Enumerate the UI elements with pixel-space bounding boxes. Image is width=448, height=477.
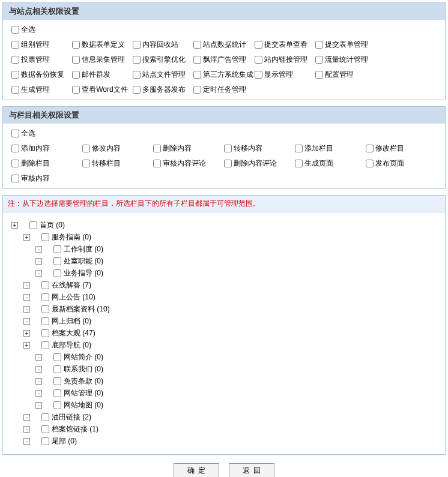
permission-checkbox[interactable] — [315, 71, 323, 79]
permission-checkbox[interactable] — [295, 160, 303, 167]
permission-checkbox[interactable] — [224, 145, 232, 152]
tree-node-checkbox[interactable] — [53, 257, 61, 265]
tree-node-checkbox[interactable] — [53, 353, 61, 361]
permission-label: 添加内容 — [21, 143, 50, 154]
permission-checkbox[interactable] — [82, 160, 90, 167]
collapse-icon[interactable]: - — [23, 294, 30, 301]
permission-label: 提交表单管理 — [325, 40, 368, 50]
collapse-icon[interactable]: - — [23, 306, 30, 313]
permission-checkbox[interactable] — [255, 41, 262, 49]
permission-checkbox[interactable] — [72, 56, 80, 64]
permission-item: 删除栏目 — [11, 158, 82, 169]
collapse-icon[interactable]: - — [23, 282, 30, 289]
permission-checkbox[interactable] — [193, 86, 201, 94]
permission-checkbox[interactable] — [133, 86, 141, 94]
column-select-all-checkbox[interactable] — [11, 130, 19, 137]
collapse-icon[interactable]: - — [35, 354, 42, 361]
tree-item: -免责条款 (0) — [35, 376, 439, 386]
tree-node-checkbox[interactable] — [53, 389, 61, 397]
permission-checkbox[interactable] — [11, 71, 19, 79]
collapse-icon[interactable]: - — [35, 246, 42, 253]
tree-node-checkbox[interactable] — [41, 293, 49, 301]
permission-checkbox[interactable] — [11, 160, 19, 167]
collapse-icon[interactable]: - — [35, 390, 42, 397]
tree-node-label: 免责条款 (0) — [64, 376, 103, 386]
permission-checkbox[interactable] — [72, 71, 80, 79]
permission-item: 定时任务管理 — [193, 85, 254, 95]
tree-node-label: 首页 (0) — [40, 220, 65, 230]
permission-checkbox[interactable] — [315, 56, 323, 64]
collapse-icon[interactable]: - — [23, 438, 30, 445]
tree-node-label: 油田链接 (2) — [52, 412, 91, 422]
collapse-icon[interactable]: - — [35, 270, 42, 277]
permission-checkbox[interactable] — [224, 160, 232, 167]
expand-icon[interactable]: + — [23, 342, 30, 349]
tree-node: -工作制度 (0) — [35, 244, 439, 254]
permission-checkbox[interactable] — [366, 160, 374, 167]
permission-checkbox[interactable] — [315, 41, 323, 49]
permission-checkbox[interactable] — [11, 145, 19, 152]
permission-checkbox[interactable] — [193, 56, 201, 64]
permission-checkbox[interactable] — [255, 56, 262, 64]
ok-button[interactable]: 确定 — [174, 463, 219, 477]
expand-icon[interactable]: + — [23, 234, 30, 241]
permission-checkbox[interactable] — [133, 71, 141, 79]
permission-checkbox[interactable] — [255, 71, 262, 79]
tree-node-checkbox[interactable] — [41, 437, 49, 445]
tree-item: -业务指导 (0) — [35, 268, 439, 278]
tree-node-checkbox[interactable] — [53, 377, 61, 385]
permission-checkbox[interactable] — [11, 41, 19, 49]
tree-item: -网上公告 (10) — [23, 292, 439, 302]
collapse-icon[interactable]: - — [35, 258, 42, 265]
permission-checkbox[interactable] — [366, 145, 374, 152]
tree-node-checkbox[interactable] — [53, 401, 61, 409]
collapse-icon[interactable]: - — [35, 366, 42, 373]
tree-node-checkbox[interactable] — [41, 317, 49, 325]
site-select-all-label: 全选 — [21, 25, 35, 35]
back-button[interactable]: 返回 — [229, 463, 274, 477]
expand-icon[interactable]: + — [23, 330, 30, 337]
tree-node-checkbox[interactable] — [41, 329, 49, 337]
tree-node-checkbox[interactable] — [53, 365, 61, 373]
permission-checkbox[interactable] — [11, 175, 19, 182]
permission-checkbox[interactable] — [193, 41, 201, 49]
permission-item — [376, 85, 437, 95]
tree-node-checkbox[interactable] — [29, 221, 37, 229]
permission-checkbox[interactable] — [82, 145, 90, 152]
permission-checkbox[interactable] — [153, 145, 161, 152]
collapse-icon[interactable]: - — [23, 414, 30, 421]
note-bar: 注：从下边选择需要管理的栏目，所选栏目下的所有子栏目都属于可管理范围。 — [2, 195, 446, 212]
permission-checkbox[interactable] — [153, 160, 161, 167]
permission-checkbox[interactable] — [133, 56, 141, 64]
permission-checkbox[interactable] — [11, 86, 19, 94]
tree-node-checkbox[interactable] — [41, 413, 49, 421]
permission-label: 站点数据统计 — [203, 40, 246, 50]
collapse-icon[interactable]: - — [23, 426, 30, 433]
tree-node-checkbox[interactable] — [53, 269, 61, 277]
tree-node-checkbox[interactable] — [41, 281, 49, 289]
tree-item: +服务指南 (0)-工作制度 (0)-处室职能 (0)-业务指导 (0) — [23, 232, 439, 278]
permission-checkbox[interactable] — [72, 41, 80, 49]
collapse-icon[interactable]: - — [23, 318, 30, 325]
permission-checkbox[interactable] — [11, 56, 19, 64]
tree-item: -网站简介 (0) — [35, 352, 439, 362]
tree-node-checkbox[interactable] — [53, 245, 61, 253]
permission-checkbox[interactable] — [193, 71, 201, 79]
permission-item: 添加内容 — [11, 143, 82, 154]
permission-item: 多服务器发布 — [133, 85, 193, 95]
site-select-all-checkbox[interactable] — [11, 26, 19, 34]
tree-item: +底部导航 (0)-网站简介 (0)-联系我们 (0)-免责条款 (0)-网站管… — [23, 340, 439, 410]
collapse-icon[interactable]: - — [35, 402, 42, 409]
tree-node: -网站管理 (0) — [35, 388, 439, 398]
collapse-icon[interactable]: - — [35, 378, 42, 385]
permission-checkbox[interactable] — [133, 41, 141, 49]
tree-item: -网上归档 (0) — [23, 316, 439, 326]
tree-node: -免责条款 (0) — [35, 376, 439, 386]
permission-checkbox[interactable] — [72, 86, 80, 94]
tree-node-checkbox[interactable] — [41, 425, 49, 433]
tree-node-checkbox[interactable] — [41, 341, 49, 349]
tree-node-checkbox[interactable] — [41, 305, 49, 313]
expand-icon[interactable]: + — [11, 222, 18, 229]
tree-node-checkbox[interactable] — [41, 233, 49, 241]
permission-checkbox[interactable] — [295, 145, 303, 152]
